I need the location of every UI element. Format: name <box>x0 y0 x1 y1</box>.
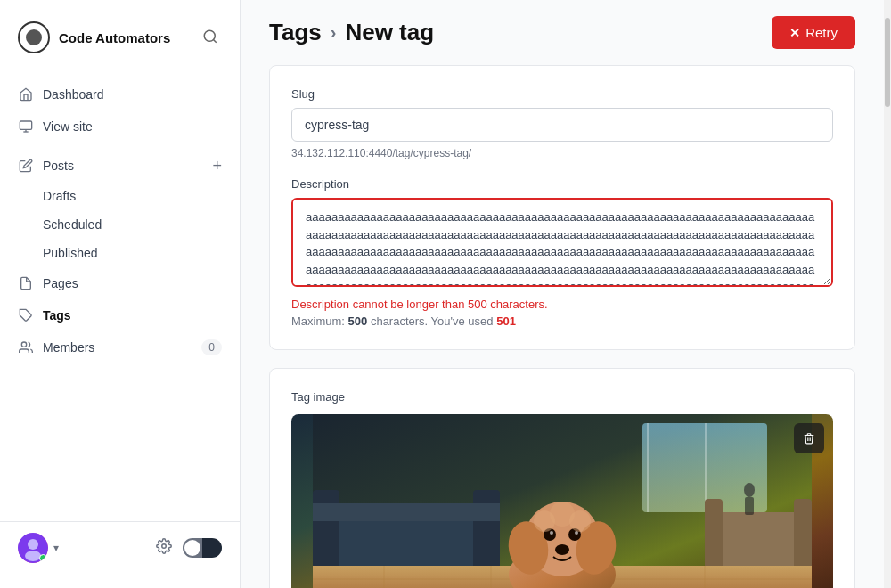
char-middle: characters. You've used <box>371 314 494 328</box>
svg-rect-42 <box>745 497 754 515</box>
slug-input[interactable] <box>291 108 833 142</box>
char-count: Maximum: 500 characters. You've used 501 <box>291 314 833 328</box>
sidebar-item-posts[interactable]: Posts + <box>0 150 240 182</box>
slug-section: Slug 34.132.112.110:4440/tag/cypress-tag… <box>269 65 855 350</box>
sidebar-item-dashboard[interactable]: Dashboard <box>0 78 240 110</box>
tag-image-section: Tag image <box>269 368 855 588</box>
online-indicator <box>39 554 47 562</box>
home-icon <box>18 86 34 102</box>
svg-point-40 <box>550 502 575 527</box>
sidebar-item-view-site[interactable]: View site <box>0 110 240 143</box>
char-prefix: Maximum: <box>291 314 345 328</box>
sidebar-item-pages[interactable]: Pages <box>0 267 240 299</box>
avatar <box>18 533 48 563</box>
sidebar: Code Automators Dashboard <box>0 0 241 588</box>
description-label: Description <box>291 177 833 191</box>
breadcrumb-parent[interactable]: Tags <box>269 19 322 46</box>
sidebar-item-tags[interactable]: Tags <box>0 299 240 331</box>
tag-image-display <box>291 414 833 588</box>
svg-point-10 <box>162 544 167 549</box>
char-used: 501 <box>496 314 516 328</box>
svg-rect-13 <box>647 423 649 512</box>
add-post-button[interactable]: + <box>212 158 222 174</box>
svg-line-1 <box>213 39 216 42</box>
tags-icon <box>18 307 34 323</box>
breadcrumb-separator: › <box>331 22 337 43</box>
footer-actions <box>156 538 222 558</box>
breadcrumb-child: New tag <box>345 19 434 46</box>
breadcrumb: Tags › New tag <box>269 19 434 46</box>
sidebar-item-scheduled[interactable]: Scheduled <box>0 210 240 239</box>
members-badge: 0 <box>201 339 222 355</box>
page-header: Tags › New tag ✕ Retry <box>241 0 884 65</box>
theme-toggle[interactable] <box>183 538 222 558</box>
posts-section: Posts + Drafts Scheduled Published <box>0 150 240 267</box>
tags-label: Tags <box>43 308 71 323</box>
search-button[interactable] <box>199 25 222 51</box>
sidebar-item-members[interactable]: Members 0 <box>0 331 240 363</box>
svg-point-37 <box>555 544 569 555</box>
main-content-area: Tags › New tag ✕ Retry Slug 34.132.112.1… <box>241 0 884 588</box>
retry-label: Retry <box>805 25 838 40</box>
form-area: Slug 34.132.112.110:4440/tag/cypress-tag… <box>241 65 884 588</box>
svg-rect-2 <box>20 121 31 129</box>
sidebar-item-drafts[interactable]: Drafts <box>0 182 240 210</box>
svg-rect-14 <box>705 423 707 512</box>
svg-point-8 <box>28 539 38 550</box>
svg-rect-17 <box>473 490 500 575</box>
scrollbar-thumb <box>885 18 890 107</box>
view-site-label: View site <box>43 119 93 134</box>
retry-x-icon: ✕ <box>789 26 800 40</box>
app-name: Code Automators <box>59 30 170 45</box>
svg-point-0 <box>204 30 215 41</box>
svg-rect-18 <box>313 503 500 521</box>
settings-button[interactable] <box>156 538 172 558</box>
profile-chevron-icon[interactable]: ▾ <box>53 542 59 554</box>
slug-label: Slug <box>291 87 833 101</box>
description-textarea[interactable]: aaaaaaaaaaaaaaaaaaaaaaaaaaaaaaaaaaaaaaaa… <box>291 198 833 287</box>
char-max: 500 <box>348 314 368 328</box>
sidebar-footer: ▾ <box>0 521 240 574</box>
tag-image-wrapper <box>291 414 833 588</box>
sidebar-item-published[interactable]: Published <box>0 239 240 267</box>
page-scrollbar[interactable] <box>884 0 891 588</box>
retry-button[interactable]: ✕ Retry <box>772 16 855 49</box>
drafts-label: Drafts <box>43 189 76 203</box>
delete-image-button[interactable] <box>794 423 824 453</box>
slug-hint: 34.132.112.110:4440/tag/cypress-tag/ <box>291 147 833 159</box>
sidebar-nav: Dashboard View site <box>0 71 240 521</box>
scheduled-label: Scheduled <box>43 217 102 232</box>
members-icon <box>18 339 34 355</box>
svg-point-6 <box>21 342 26 347</box>
members-label: Members <box>43 340 94 355</box>
posts-label: Posts <box>43 159 74 173</box>
description-error: Description cannot be longer than 500 ch… <box>291 298 833 311</box>
pages-label: Pages <box>43 276 78 290</box>
svg-point-41 <box>744 483 755 497</box>
user-profile[interactable]: ▾ <box>18 533 59 563</box>
view-site-icon <box>18 118 34 135</box>
sidebar-logo-area: Code Automators <box>0 14 240 71</box>
pages-icon <box>18 275 34 291</box>
svg-rect-16 <box>313 490 339 575</box>
published-label: Published <box>43 246 98 260</box>
tag-image-label: Tag image <box>291 390 833 404</box>
posts-icon <box>18 158 34 174</box>
svg-point-35 <box>550 531 553 535</box>
dashboard-label: Dashboard <box>43 87 104 102</box>
logo-icon <box>18 21 50 53</box>
